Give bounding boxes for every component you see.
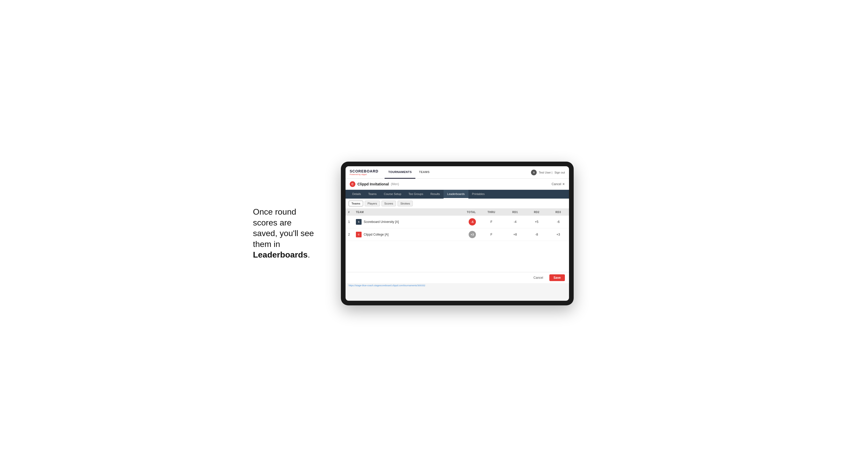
- col-rd1: RD1: [504, 209, 526, 216]
- table-row: 2 C Clippd College [A] +3 F: [345, 228, 569, 241]
- cancel-header-button[interactable]: Cancel ✕: [552, 182, 565, 186]
- total-2: +3: [450, 228, 478, 241]
- tournament-gender: (Men): [391, 182, 399, 186]
- filter-teams[interactable]: Teams: [349, 201, 363, 206]
- col-rank: #: [345, 209, 353, 216]
- rd2-1: +5: [526, 216, 547, 228]
- team-logo-2: C: [356, 232, 362, 238]
- col-thru: THRU: [478, 209, 504, 216]
- tab-details[interactable]: Details: [349, 190, 365, 198]
- team-name-1: Scoreboard University [A]: [364, 220, 399, 224]
- sign-out-link[interactable]: Sign out: [555, 171, 565, 174]
- col-rd3: RD3: [548, 209, 569, 216]
- logo-sub: Powered by clippd: [350, 173, 378, 176]
- content-spacer: [345, 241, 569, 272]
- tab-teams[interactable]: Teams: [365, 190, 380, 198]
- filter-bar: Teams Players Scores Strokes: [345, 198, 569, 209]
- table-header: # TEAM TOTAL THRU RD1 RD2 RD3: [345, 209, 569, 216]
- rd3-2: +3: [548, 228, 569, 241]
- desc-line2: scores are: [253, 218, 291, 227]
- tab-leaderboards[interactable]: Leaderboards: [443, 190, 468, 198]
- tournament-title-area: C Clippd Invitational (Men): [350, 181, 399, 187]
- tournament-name: Clippd Invitational: [358, 182, 389, 186]
- tournament-logo: C: [350, 181, 355, 187]
- filter-players[interactable]: Players: [365, 201, 380, 206]
- thru-2: F: [478, 228, 504, 241]
- rank-2: 2: [345, 228, 353, 241]
- avatar: S: [531, 169, 537, 175]
- tab-printables[interactable]: Printables: [468, 190, 488, 198]
- desc-line4: them in: [253, 240, 280, 249]
- left-description: Once round scores are saved, you'll see …: [253, 207, 326, 260]
- nav-links: TOURNAMENTS TEAMS: [384, 166, 531, 179]
- table-body: 1 S Scoreboard University [A] -5 F: [345, 216, 569, 241]
- cancel-button[interactable]: Cancel: [530, 274, 547, 281]
- tablet-screen: SCOREBOARD Powered by clippd TOURNAMENTS…: [345, 166, 569, 301]
- team-name-2: Clippd College [A]: [364, 233, 389, 236]
- col-team: TEAM: [353, 209, 450, 216]
- logo-area: SCOREBOARD Powered by clippd: [350, 169, 378, 176]
- rd3-1: -6: [548, 216, 569, 228]
- score-badge-1: -5: [469, 218, 476, 225]
- logo-text: SCOREBOARD: [350, 169, 378, 173]
- top-nav: SCOREBOARD Powered by clippd TOURNAMENTS…: [345, 166, 569, 179]
- team-cell-1: S Scoreboard University [A]: [353, 216, 450, 228]
- tab-results[interactable]: Results: [427, 190, 443, 198]
- desc-line3: saved, you'll see: [253, 228, 314, 238]
- score-badge-2: +3: [469, 231, 476, 238]
- nav-right: S Test User | Sign out: [531, 169, 565, 175]
- team-logo-1: S: [356, 219, 362, 225]
- url-bar: https://stage-blue-coach.stagescoreboard…: [345, 283, 569, 288]
- filter-scores[interactable]: Scores: [381, 201, 396, 206]
- rd1-2: +8: [504, 228, 526, 241]
- col-rd2: RD2: [526, 209, 547, 216]
- tablet-frame: SCOREBOARD Powered by clippd TOURNAMENTS…: [341, 162, 574, 305]
- modal-footer: Cancel Save: [345, 272, 569, 283]
- tab-course-setup[interactable]: Course Setup: [380, 190, 405, 198]
- save-button[interactable]: Save: [549, 274, 565, 281]
- total-1: -5: [450, 216, 478, 228]
- team-cell-2: C Clippd College [A]: [353, 228, 450, 241]
- nav-teams[interactable]: TEAMS: [415, 166, 433, 179]
- tournament-header: C Clippd Invitational (Men) Cancel ✕: [345, 179, 569, 190]
- user-name: Test User |: [539, 171, 552, 174]
- desc-line1: Once round: [253, 207, 296, 216]
- desc-leaderboards: Leaderboards: [253, 250, 308, 259]
- table-row: 1 S Scoreboard University [A] -5 F: [345, 216, 569, 228]
- col-total: TOTAL: [450, 209, 478, 216]
- leaderboard-table-container: # TEAM TOTAL THRU RD1 RD2 RD3 1: [345, 209, 569, 241]
- url-text: https://stage-blue-coach.stagescoreboard…: [349, 284, 425, 287]
- rd2-2: -8: [526, 228, 547, 241]
- leaderboard-table: # TEAM TOTAL THRU RD1 RD2 RD3 1: [345, 209, 569, 241]
- rank-1: 1: [345, 216, 353, 228]
- tab-tee-groups[interactable]: Tee Groups: [405, 190, 427, 198]
- filter-strokes[interactable]: Strokes: [398, 201, 413, 206]
- nav-tournaments[interactable]: TOURNAMENTS: [384, 166, 415, 179]
- sub-tabs: Details Teams Course Setup Tee Groups Re…: [345, 190, 569, 198]
- thru-1: F: [478, 216, 504, 228]
- rd1-1: -4: [504, 216, 526, 228]
